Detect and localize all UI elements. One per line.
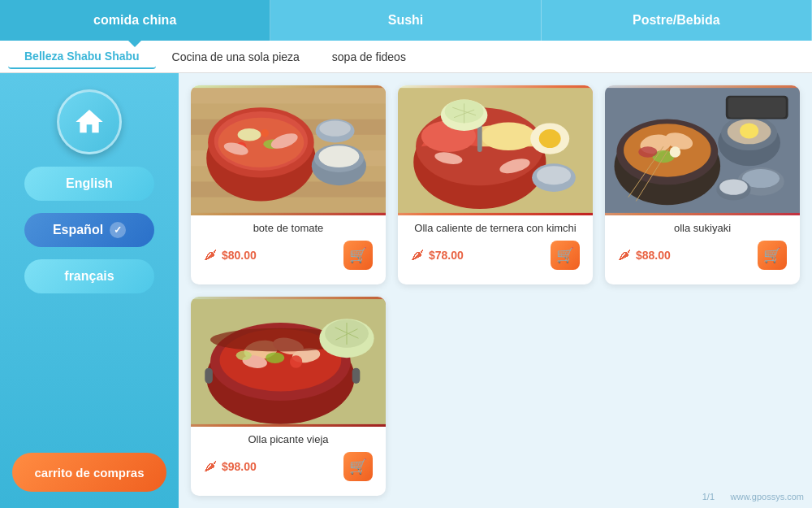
sub-category-tabs: Belleza Shabu Shabu Cocina de una sola p… bbox=[0, 41, 812, 73]
cart-icon-spicy: 🛒 bbox=[349, 458, 367, 475]
main-content: English Español ✓ français carrito de co… bbox=[0, 73, 812, 508]
food-name-kimchi: Olla caliente de ternera con kimchi bbox=[408, 222, 583, 234]
lang-francais-button[interactable]: français bbox=[24, 259, 154, 293]
add-cart-tomato[interactable]: 🛒 bbox=[343, 241, 373, 270]
svg-rect-1 bbox=[191, 88, 386, 103]
svg-point-69 bbox=[266, 352, 284, 363]
page-number: 1/1 bbox=[702, 492, 715, 501]
svg-rect-73 bbox=[352, 368, 361, 384]
subtab-cocina[interactable]: Cocina de una sola pieza bbox=[156, 46, 316, 68]
cart-icon-sukiyaki: 🛒 bbox=[763, 246, 781, 264]
food-image-sukiyaki bbox=[605, 85, 800, 215]
sidebar: English Español ✓ français carrito de co… bbox=[0, 73, 179, 508]
add-cart-kimchi[interactable]: 🛒 bbox=[551, 241, 580, 270]
tab-postre-bebida[interactable]: Postre/Bebida bbox=[542, 0, 812, 41]
food-image-kimchi bbox=[398, 85, 593, 215]
food-price-spicy: $98.00 bbox=[222, 460, 257, 473]
svg-point-25 bbox=[482, 122, 536, 150]
food-info-spicy: Olla picante vieja 🌶 $98.00 🛒 bbox=[191, 427, 386, 494]
svg-point-9 bbox=[238, 128, 261, 141]
cart-button[interactable]: carrito de compras bbox=[12, 453, 166, 492]
food-info-sukiyaki: olla sukiyaki 🌶 $88.00 🛒 bbox=[605, 215, 800, 283]
food-card-sukiyaki: olla sukiyaki 🌶 $88.00 🛒 bbox=[605, 85, 800, 284]
cart-icon-tomato: 🛒 bbox=[349, 246, 367, 264]
tab-comida-china[interactable]: comida china bbox=[0, 0, 270, 41]
food-name-tomato: bote de tomate bbox=[201, 222, 376, 234]
food-name-sukiyaki: olla sukiyaki bbox=[615, 222, 790, 234]
tab-sushi[interactable]: Sushi bbox=[270, 0, 541, 41]
add-cart-sukiyaki[interactable]: 🛒 bbox=[758, 241, 787, 270]
svg-rect-72 bbox=[205, 368, 213, 384]
check-icon: ✓ bbox=[110, 222, 126, 238]
home-icon bbox=[73, 106, 106, 138]
watermark: www.gpossys.com bbox=[731, 492, 804, 501]
food-footer-kimchi: 🌶 $78.00 🛒 bbox=[408, 241, 583, 276]
food-card-tomato: bote de tomate 🌶 $80.00 🛒 bbox=[191, 85, 386, 284]
lang-english-button[interactable]: English bbox=[24, 167, 154, 201]
svg-point-42 bbox=[624, 124, 711, 176]
food-footer-sukiyaki: 🌶 $88.00 🛒 bbox=[615, 241, 790, 276]
svg-point-17 bbox=[318, 145, 359, 167]
pepper-icon-sukiyaki: 🌶 bbox=[618, 248, 631, 263]
cart-icon-kimchi: 🛒 bbox=[556, 246, 574, 264]
lang-espanol-button[interactable]: Español ✓ bbox=[24, 213, 154, 247]
svg-rect-55 bbox=[728, 98, 786, 118]
food-image-tomato bbox=[191, 85, 386, 215]
food-footer-spicy: 🌶 $98.00 🛒 bbox=[201, 452, 376, 488]
food-info-kimchi: Olla caliente de ternera con kimchi 🌶 $7… bbox=[398, 215, 593, 283]
pepper-icon-tomato: 🌶 bbox=[204, 248, 217, 263]
food-name-spicy: Olla picante vieja bbox=[201, 433, 376, 445]
food-card-spicy: Olla picante vieja 🌶 $98.00 🛒 bbox=[191, 297, 386, 496]
svg-point-59 bbox=[719, 180, 748, 195]
food-price-sukiyaki: $88.00 bbox=[636, 249, 671, 262]
svg-point-12 bbox=[261, 129, 269, 137]
svg-point-46 bbox=[638, 146, 657, 157]
food-grid: bote de tomate 🌶 $80.00 🛒 bbox=[179, 73, 812, 508]
food-card-kimchi: Olla caliente de ternera con kimchi 🌶 $7… bbox=[398, 85, 593, 284]
svg-point-35 bbox=[537, 166, 571, 185]
top-category-tabs: comida china Sushi Postre/Bebida bbox=[0, 0, 812, 41]
add-cart-spicy[interactable]: 🛒 bbox=[343, 452, 373, 481]
food-footer-tomato: 🌶 $80.00 🛒 bbox=[201, 241, 376, 276]
svg-point-47 bbox=[670, 146, 680, 157]
food-image-spicy bbox=[191, 297, 386, 427]
food-price-tomato: $80.00 bbox=[222, 249, 257, 262]
food-price-kimchi: $78.00 bbox=[429, 249, 464, 262]
svg-point-71 bbox=[236, 351, 252, 361]
svg-point-70 bbox=[290, 355, 302, 367]
pepper-icon-spicy: 🌶 bbox=[204, 459, 217, 474]
pepper-icon-kimchi: 🌶 bbox=[411, 248, 424, 263]
subtab-sopa[interactable]: sopa de fideos bbox=[316, 46, 422, 68]
food-info-tomato: bote de tomate 🌶 $80.00 🛒 bbox=[191, 215, 386, 283]
svg-point-33 bbox=[539, 129, 561, 148]
svg-point-53 bbox=[740, 123, 758, 138]
subtab-belleza[interactable]: Belleza Shabu Shabu bbox=[8, 45, 156, 69]
sidebar-inner: English Español ✓ français bbox=[0, 73, 179, 508]
home-button[interactable] bbox=[57, 89, 122, 154]
svg-point-19 bbox=[319, 121, 350, 137]
